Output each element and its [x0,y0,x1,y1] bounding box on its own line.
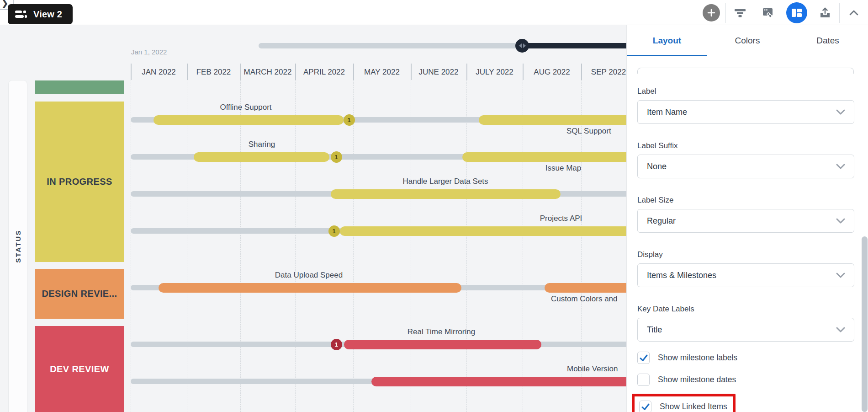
status-axis: STATUS [8,80,27,412]
plus-icon [703,4,720,21]
status-label: DESIGN REVIE... [42,289,117,299]
checkbox-row: Show Linked Items [639,401,727,412]
month-gridline [240,80,241,412]
slider-left-arrow-icon [519,43,522,48]
collapse-toolbar-button[interactable] [840,0,868,25]
month-label: MAY 2022 [353,64,411,80]
month-gridline [131,80,131,412]
checkbox-label: Show Linked Items [660,402,727,412]
month-tick [131,64,132,80]
chevron-down-icon [836,326,846,333]
gantt-bar[interactable] [344,340,541,349]
dropdown-value: Items & Milestones [647,271,836,280]
checkbox-unchecked[interactable] [637,374,650,386]
status-label: DEV REVIEW [50,364,109,375]
checkbox-checked[interactable] [637,352,650,364]
gantt-bar-label: Real Time Mirroring [408,327,475,337]
dropdown-value: Item Name [647,107,836,117]
milestone-badge[interactable]: 1 [328,225,340,237]
status-block [35,80,124,94]
top-toolbar: ❯ View 2 [0,0,868,25]
field-label: Display [637,250,854,259]
gantt-bar-label: Custom Colors and [551,294,618,304]
status-block: IN PROGRESS [35,102,124,262]
chevron-right-icon: ❯ [2,0,8,8]
add-item-button[interactable] [697,0,725,25]
checkbox-checked[interactable] [639,401,651,412]
gantt-bar-label: Data Upload Speed [275,271,343,280]
view-selector-button[interactable]: View 2 [8,4,73,24]
month-label: JAN 2022 [131,64,187,80]
view-name: View 2 [33,9,62,20]
field-label: Label Size [637,196,854,205]
gantt-bar[interactable] [331,189,561,199]
month-tick [411,64,412,80]
settings-panel: Layout Colors Dates LabelItem NameLabel … [626,25,868,412]
field-label: Label [637,87,854,96]
gantt-bar-label: Mobile Version [567,364,618,374]
window-link-icon [762,7,775,19]
slider-right-arrow-icon [523,43,526,48]
dropdown-value: None [647,162,836,171]
field-label: Label Suffix [637,141,854,150]
gantt-bar[interactable] [153,115,344,125]
timeline-start-date: Jan 1, 2022 [131,48,167,56]
month-tick [581,64,582,80]
filter-icon [734,8,746,17]
month-tick [295,64,296,80]
dropdown-label-suffix[interactable]: None [637,155,854,178]
month-gridline [466,80,467,412]
month-gridline [187,80,187,412]
month-tick [466,64,467,80]
gantt-bar[interactable] [194,152,329,162]
tab-dates[interactable]: Dates [788,25,868,56]
dropdown-value: Regular [647,216,836,226]
month-label: MARCH 2022 [240,64,295,80]
chevron-up-icon [848,9,859,16]
milestone-badge[interactable]: 1 [331,339,342,350]
status-block: DEV REVIEW [35,326,124,412]
gantt-bar-label: Offline Support [220,103,271,112]
dropdown-label[interactable]: Item Name [637,100,854,124]
chevron-down-icon [836,218,846,224]
gantt-bar-label: Issue Map [545,164,581,173]
tab-layout[interactable]: Layout [627,25,707,56]
month-gridline [353,80,354,412]
dropdown-label-size[interactable]: Regular [637,209,854,233]
month-gridline [411,80,411,412]
month-gridline [523,80,523,412]
gantt-bar[interactable] [159,283,461,293]
gantt-bar[interactable] [479,115,626,125]
tab-colors[interactable]: Colors [707,25,788,56]
status-block: DESIGN REVIE... [35,269,124,319]
gantt-bar[interactable] [545,283,626,293]
panel-scrollbar[interactable] [862,236,868,412]
milestone-badge[interactable]: 1 [344,114,355,126]
gantt-bar[interactable] [462,152,626,162]
highlight-annotation: Show Linked Items [632,394,736,412]
filter-button[interactable] [726,0,754,25]
month-label: JUNE 2022 [411,64,466,80]
view-options-icon [15,9,27,19]
status-label: IN PROGRESS [47,177,112,187]
layout-icon [786,2,807,23]
gantt-bar[interactable] [340,226,626,236]
month-label: SEP 2022 [581,64,626,80]
gantt-bar-label: Sharing [249,140,275,149]
timeline-zoom-slider-handle[interactable] [515,39,529,53]
layout-settings: LabelItem NameLabel SuffixNoneLabel Size… [627,56,868,412]
gantt-bar-label: SQL Support [566,127,611,136]
share-link-button[interactable] [754,0,783,25]
dropdown-key-date-labels[interactable]: Title [637,318,854,342]
timeline-zoom-slider-range [522,43,626,48]
field-label: Key Date Labels [637,305,854,314]
milestone-badge[interactable]: 1 [331,151,342,163]
export-button[interactable] [811,0,839,25]
month-label: FEB 2022 [187,64,240,80]
dropdown-display[interactable]: Items & Milestones [637,263,854,287]
gantt-bar[interactable] [371,377,626,386]
layout-panel-button[interactable] [783,0,811,25]
month-gridline [295,80,296,412]
panel-tabs: Layout Colors Dates [627,25,868,56]
export-icon [819,7,831,19]
